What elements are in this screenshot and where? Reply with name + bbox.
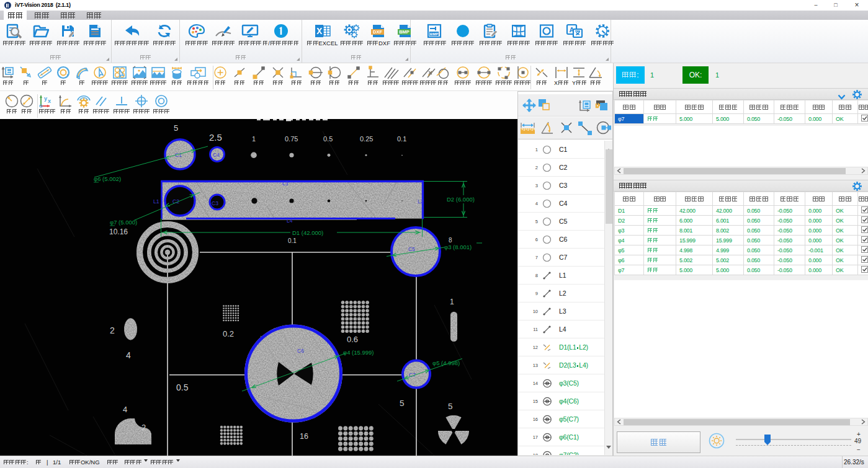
svg-text:L2: L2 <box>418 198 424 205</box>
svg-text:1: 1 <box>450 298 454 306</box>
svg-text:L3: L3 <box>282 180 289 187</box>
svg-text:5: 5 <box>174 123 178 133</box>
svg-text:4: 4 <box>126 350 131 360</box>
svg-text:C5: C5 <box>408 246 415 252</box>
svg-text:5: 5 <box>448 402 453 411</box>
svg-text:L1: L1 <box>153 198 159 205</box>
svg-text:BMP: BMP <box>399 29 409 35</box>
svg-text:5: 5 <box>400 399 405 408</box>
svg-text:x: x <box>48 98 51 104</box>
svg-text:0.5: 0.5 <box>323 135 333 143</box>
svg-text:0.5: 0.5 <box>176 382 189 392</box>
svg-text:D2 (6.000): D2 (6.000) <box>447 196 475 203</box>
svg-text:8: 8 <box>449 237 452 244</box>
svg-text:φ5 (4.998): φ5 (4.998) <box>432 360 460 366</box>
svg-text:2.5: 2.5 <box>209 132 222 143</box>
svg-text:0.75: 0.75 <box>285 135 298 143</box>
svg-text:φ4 (15.999): φ4 (15.999) <box>343 349 374 356</box>
svg-text:0.1: 0.1 <box>397 135 406 143</box>
svg-text:φ7 (5.000): φ7 (5.000) <box>110 219 137 226</box>
svg-text:1: 1 <box>252 135 256 143</box>
svg-text:C4: C4 <box>213 152 220 158</box>
svg-text:φ3 (8.001): φ3 (8.001) <box>444 244 472 250</box>
svg-text:DXF: DXF <box>373 29 382 35</box>
svg-text:10.16: 10.16 <box>109 227 128 236</box>
svg-text:D1 (42.000): D1 (42.000) <box>292 229 323 236</box>
svg-text:L4: L4 <box>287 218 293 224</box>
svg-text:16: 16 <box>300 432 308 441</box>
svg-text:2: 2 <box>141 423 146 432</box>
svg-text:φ6 (5.002): φ6 (5.002) <box>94 175 121 182</box>
svg-text:0.1: 0.1 <box>288 237 297 244</box>
svg-text:2: 2 <box>110 325 115 335</box>
svg-text:C6: C6 <box>297 348 304 354</box>
svg-text:BMP: BMP <box>430 32 438 36</box>
svg-text:0.25: 0.25 <box>360 135 373 143</box>
svg-text:0.2: 0.2 <box>223 329 234 338</box>
svg-text:y: y <box>44 95 47 102</box>
svg-text:0.6: 0.6 <box>347 335 358 344</box>
svg-text:C3: C3 <box>212 200 218 206</box>
svg-text:4: 4 <box>123 405 127 414</box>
